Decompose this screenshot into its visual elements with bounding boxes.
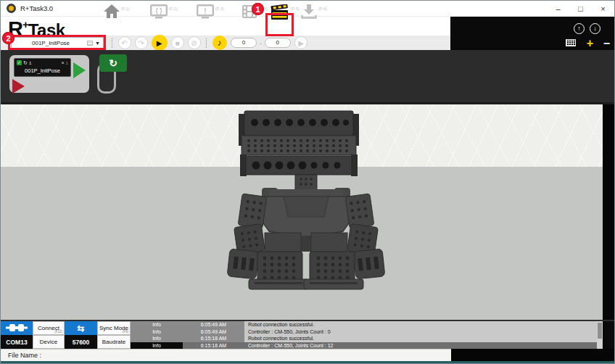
remove-frame-button[interactable]: − bbox=[603, 38, 610, 49]
maximize-button[interactable]: □ bbox=[569, 1, 592, 17]
undo-button[interactable]: ↶ bbox=[118, 36, 131, 49]
robot-model bbox=[211, 108, 400, 291]
close-button[interactable]: × bbox=[592, 1, 614, 17]
status-right-black-strip bbox=[603, 321, 615, 349]
sync-mode-cell[interactable]: ⇆ bbox=[65, 321, 97, 335]
log-message-selected[interactable]: Controller : CM-550, Joints Count : 12 bbox=[244, 342, 597, 349]
loop-block-button[interactable]: ↻ bbox=[99, 54, 127, 72]
stop-button[interactable]: ■ bbox=[171, 36, 184, 49]
robot-3d-viewport[interactable] bbox=[1, 104, 615, 320]
viewport-right-black-strip bbox=[603, 104, 615, 320]
log-time[interactable]: 6:15:18 AM bbox=[183, 335, 244, 342]
sync-mode-button[interactable]: Sync Mode (F9) bbox=[97, 321, 131, 335]
bottom-right-black-area bbox=[451, 349, 615, 361]
annotation-badge-1: 1 bbox=[252, 3, 264, 15]
monitor-braces-icon: { } bbox=[150, 4, 168, 22]
timeline-header-panel: ↑ ↓ + − bbox=[450, 17, 615, 50]
motion-unit-strip: ✓ ↻ 1 × 1 001P_InitPose ↻ bbox=[1, 50, 615, 104]
log-level[interactable]: Info bbox=[131, 328, 183, 336]
separator bbox=[112, 38, 112, 48]
connect-shortcut: (F12) bbox=[54, 330, 62, 334]
log-time[interactable]: 6:05:49 AM bbox=[183, 321, 244, 328]
motion-unit-inner[interactable]: ✓ ↻ 1 × 1 001P_InitPose bbox=[14, 58, 71, 77]
home-icon bbox=[104, 4, 120, 21]
log-table: Info 6:05:49 AM Robot connection success… bbox=[131, 321, 603, 349]
separator bbox=[206, 38, 207, 48]
sync-shortcut: (F9) bbox=[123, 330, 128, 334]
log-time-selected[interactable]: 6:15:18 AM bbox=[183, 342, 244, 349]
cancel-button[interactable]: ⊘ bbox=[188, 36, 201, 49]
window-bottom-border bbox=[1, 361, 615, 364]
baudrate-value[interactable]: 57600 bbox=[65, 335, 97, 349]
connection-panel: Connect (F12) ⇆ Sync Mode (F9) COM13 Dev… bbox=[1, 321, 131, 349]
file-name-label: File Name : bbox=[8, 349, 41, 362]
log-message[interactable]: Robot connection successful. bbox=[244, 335, 597, 342]
com-port-value[interactable]: COM13 bbox=[1, 335, 33, 349]
log-level[interactable]: Info bbox=[131, 335, 183, 342]
close-icon[interactable]: × bbox=[62, 60, 65, 65]
annotation-badge-2: 2 bbox=[2, 32, 15, 44]
minimize-button[interactable]: – bbox=[547, 1, 569, 17]
loop-icon: ↻ bbox=[23, 60, 28, 65]
motion-unit-label: 001P_InitPose bbox=[17, 67, 68, 74]
download-circle-button[interactable]: ↓ bbox=[590, 23, 600, 34]
log-level-selected[interactable]: Info bbox=[131, 342, 183, 349]
log-scrollbar[interactable] bbox=[597, 321, 603, 349]
connector-icon bbox=[6, 323, 28, 334]
checkbox-checked-icon[interactable]: ✓ bbox=[17, 60, 22, 65]
connect-cell[interactable] bbox=[1, 321, 33, 335]
log-level[interactable]: Info bbox=[131, 321, 183, 328]
download-icon bbox=[301, 4, 317, 22]
repeat-from-input[interactable]: 0 bbox=[231, 38, 257, 48]
toolbar-output-monitor-button[interactable]: ! (F-3) bbox=[197, 4, 224, 22]
annotation-box-2 bbox=[8, 35, 106, 50]
toolbar-home-button[interactable]: (F-1) bbox=[104, 4, 130, 21]
play-unit-icon[interactable] bbox=[73, 62, 86, 78]
motion-unit-block[interactable]: ✓ ↻ 1 × 1 001P_InitPose bbox=[9, 55, 89, 93]
svg-text:!: ! bbox=[204, 7, 206, 15]
connect-button[interactable]: Connect (F12) bbox=[33, 321, 65, 335]
upload-circle-button[interactable]: ↑ bbox=[574, 23, 585, 34]
log-message[interactable]: Controller : CM-550, Joints Count : 0 bbox=[244, 328, 597, 336]
record-unit-icon[interactable] bbox=[12, 79, 25, 94]
repeat-to-input[interactable]: 0 bbox=[265, 38, 291, 48]
baudrate-button[interactable]: Baudrate bbox=[97, 335, 131, 349]
add-frame-button[interactable]: + bbox=[587, 38, 593, 49]
step-play-button[interactable]: ▶ bbox=[294, 36, 308, 49]
unit-badge-count: 1 bbox=[66, 61, 68, 65]
log-message[interactable]: Robot connection successful. bbox=[244, 321, 597, 328]
range-dash: - bbox=[260, 40, 262, 46]
toolbar-task-editor-button[interactable]: { } (F-2) bbox=[150, 4, 178, 22]
repeat-count: 1 bbox=[29, 61, 31, 65]
music-note-button[interactable]: ♪ bbox=[212, 36, 227, 50]
app-window: R+Task3.0 – □ × R+Task (F-1) { } (F-2) !… bbox=[0, 0, 615, 364]
device-button[interactable]: Device bbox=[33, 335, 65, 349]
sync-chain-icon: ⇆ bbox=[77, 323, 84, 334]
play-button[interactable]: ▶ bbox=[152, 35, 168, 51]
frame-grid-icon[interactable] bbox=[566, 39, 576, 46]
redo-button[interactable]: ↷ bbox=[135, 36, 148, 49]
log-time[interactable]: 6:05:49 AM bbox=[183, 328, 244, 336]
toolbar-download-button[interactable]: (F-6) bbox=[301, 4, 327, 22]
app-icon bbox=[7, 4, 16, 13]
monitor-exclaim-icon: ! bbox=[197, 4, 214, 22]
window-title: R+Task3.0 bbox=[20, 1, 53, 17]
file-name-bar: File Name : bbox=[1, 349, 451, 361]
log-scrollbar-thumb[interactable] bbox=[598, 323, 602, 339]
annotation-box-1 bbox=[265, 13, 294, 36]
main-toolbar bbox=[1, 17, 450, 36]
svg-text:{ }: { } bbox=[156, 7, 163, 15]
